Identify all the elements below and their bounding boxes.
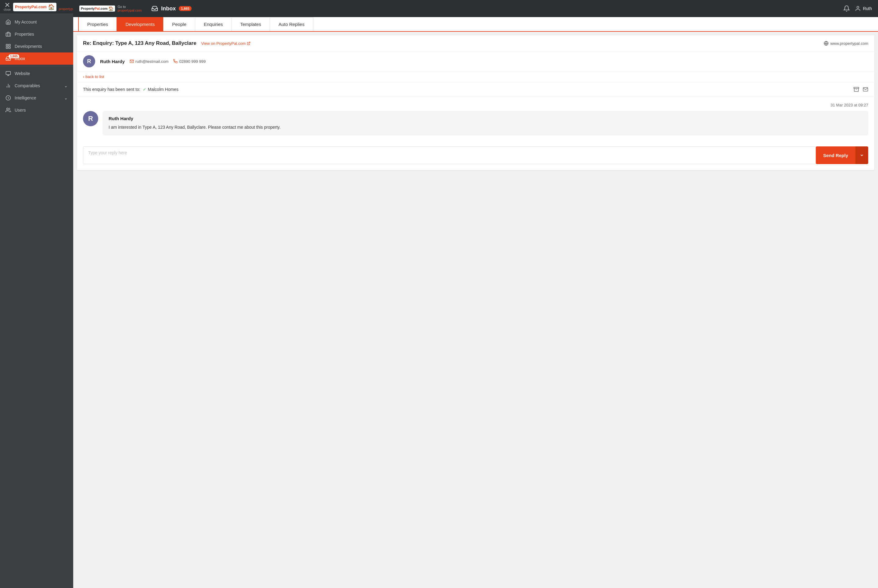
tab-enquiries[interactable]: Enquiries [195, 17, 232, 31]
topbar-logo: PropertyPal.com 🏠 Go to propertypal.com [79, 5, 141, 12]
archive-icon[interactable] [854, 87, 859, 92]
topbar-inbox-label: Inbox [161, 6, 176, 12]
sidebar-item-inbox[interactable]: 1,665 Inbox [0, 52, 73, 64]
mail-icon[interactable] [863, 87, 868, 92]
close-button[interactable]: close [4, 3, 11, 11]
svg-point-14 [7, 108, 9, 110]
tab-templates[interactable]: Templates [231, 17, 270, 31]
svg-rect-5 [6, 47, 8, 48]
building-icon [6, 32, 11, 37]
svg-rect-4 [9, 44, 11, 46]
download-icon [151, 5, 158, 12]
svg-rect-7 [6, 71, 11, 75]
email-website: www.propertypal.com [830, 41, 868, 46]
logo-box: PropertyPal.com 🏠 [13, 3, 56, 11]
monitor-icon [6, 71, 11, 76]
tab-properties[interactable]: Properties [78, 17, 117, 31]
logo-text: PropertyPal.com [15, 4, 47, 9]
topbar: PropertyPal.com 🏠 Go to propertypal.com … [73, 0, 878, 17]
email-header-left: Re: Enquiry: Type A, 123 Any Road, Bally… [83, 40, 251, 46]
main-area: PropertyPal.com 🏠 Go to propertypal.com … [73, 0, 878, 588]
svg-point-15 [857, 6, 859, 9]
send-reply-label: Send Reply [823, 153, 848, 158]
topbar-icons: Ruth [843, 5, 872, 12]
sender-name: Ruth Hardy [100, 59, 125, 64]
user-circle-icon [855, 6, 861, 12]
checkmark-icon: ✓ [143, 87, 146, 92]
sender-phone-value: 02890 999 999 [179, 59, 206, 64]
goto-area: Go to propertypal.com [59, 3, 73, 10]
svg-rect-6 [9, 47, 11, 48]
phone-icon [173, 59, 177, 63]
enquiry-action-icons [854, 87, 868, 92]
sidebar-item-label: Intelligence [15, 96, 36, 100]
enquiry-sent-left: This enquiry has been sent to: ✓ Malcolm… [83, 87, 179, 92]
website-link: www.propertypal.com [824, 41, 868, 46]
chevron-down-icon: ⌄ [64, 83, 68, 88]
message-bubble: Ruth Hardy I am interested in Type A, 12… [102, 111, 868, 135]
chevron-down-icon: ⌄ [64, 96, 68, 100]
send-reply-button[interactable]: Send Reply [816, 146, 855, 164]
message-thread: 31 Mar 2023 at 09:27 R Ruth Hardy I am i… [77, 97, 874, 141]
sidebar-item-label: Website [15, 71, 30, 76]
topbar-logo-box: PropertyPal.com 🏠 [79, 6, 115, 12]
topbar-inbox: Inbox 1,665 [151, 5, 192, 12]
view-link-label: View on PropertyPal.com [201, 41, 246, 46]
reply-input[interactable] [83, 146, 816, 164]
enquiry-company: Malcolm Homes [148, 87, 179, 92]
sidebar-item-label: Developments [15, 44, 42, 49]
message-sender-name: Ruth Hardy [109, 116, 862, 121]
avatar: R [83, 55, 95, 68]
goto-link[interactable]: propertypal.com [59, 7, 73, 10]
topbar-logo-text: PropertyPal.com [81, 7, 107, 10]
sidebar-item-website[interactable]: Website [0, 68, 73, 80]
send-reply-group: Send Reply [816, 146, 868, 164]
sidebar-item-intelligence[interactable]: Intelligence ⌄ [0, 92, 73, 104]
topbar-goto-link[interactable]: propertypal.com [117, 9, 141, 12]
back-link-text[interactable]: back to list [86, 74, 104, 79]
message-bubble-row: R Ruth Hardy I am interested in Type A, … [83, 111, 868, 135]
sidebar-item-label: Properties [15, 32, 34, 37]
external-link-icon [247, 42, 251, 45]
sidebar-item-label: Comparables [15, 83, 40, 88]
chevron-down-icon [860, 153, 864, 158]
sidebar-item-users[interactable]: Users [0, 104, 73, 116]
sender-info: Ruth Hardy ruth@testmail.com 02890 999 9… [100, 59, 206, 64]
bell-icon[interactable] [843, 5, 850, 12]
back-link[interactable]: ‹ back to list [77, 71, 874, 82]
email-panel: Re: Enquiry: Type A, 123 Any Road, Bally… [77, 35, 874, 170]
content-area: Properties Developments People Enquiries… [73, 17, 878, 588]
svg-rect-2 [6, 33, 11, 36]
sidebar-item-developments[interactable]: Developments [0, 40, 73, 52]
topbar-inbox-badge: 1,665 [179, 6, 192, 11]
topbar-username: Ruth [863, 6, 872, 11]
analytics-icon [6, 95, 11, 100]
logo-area: PropertyPal.com 🏠 [13, 3, 56, 11]
message-avatar: R [83, 111, 98, 126]
tab-auto-replies[interactable]: Auto Replies [270, 17, 313, 31]
chart-icon [6, 83, 11, 88]
sidebar-item-properties[interactable]: Properties [0, 28, 73, 40]
sidebar-item-comparables[interactable]: Comparables ⌄ [0, 80, 73, 92]
sidebar-item-my-account[interactable]: My Account [0, 16, 73, 28]
view-on-propertypal-link[interactable]: View on PropertyPal.com [201, 41, 251, 46]
svg-rect-19 [854, 87, 859, 88]
svg-rect-3 [6, 44, 8, 46]
topbar-mascot-icon: 🏠 [108, 6, 114, 11]
user-pill[interactable]: Ruth [855, 6, 872, 12]
tab-people[interactable]: People [163, 17, 195, 31]
sidebar-item-label: Users [15, 108, 26, 112]
send-reply-dropdown-button[interactable] [855, 146, 868, 164]
enquiry-sent-label: This enquiry has been sent to: [83, 87, 140, 92]
inbox-badge: 1,665 [9, 54, 19, 58]
sidebar: close PropertyPal.com 🏠 Go to propertypa… [0, 0, 73, 588]
sender-bar: R Ruth Hardy ruth@testmail.com 02890 999… [77, 51, 874, 71]
topbar-goto: Go to propertypal.com [117, 5, 141, 12]
email-icon [130, 59, 134, 63]
sidebar-item-label: My Account [15, 20, 37, 24]
mascot-icon: 🏠 [48, 4, 55, 10]
tab-developments[interactable]: Developments [117, 17, 164, 31]
grid-icon [6, 44, 11, 49]
close-label: close [4, 8, 11, 11]
sender-phone: 02890 999 999 [173, 59, 206, 64]
